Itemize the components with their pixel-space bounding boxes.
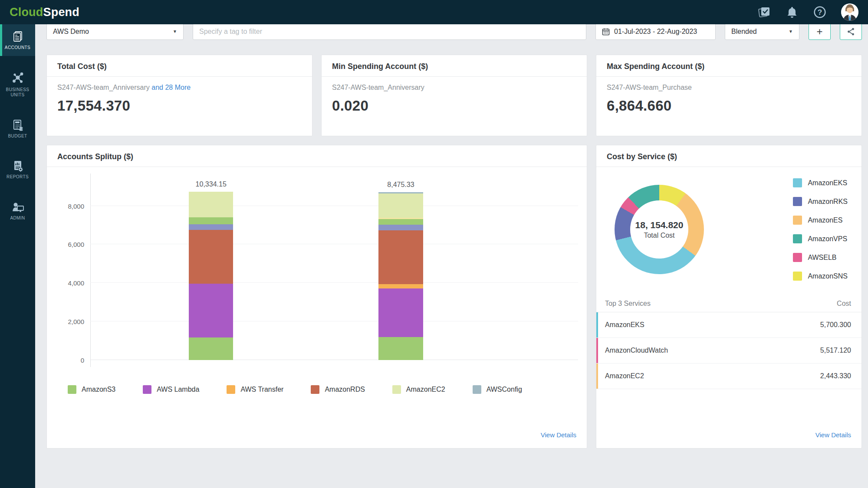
tasks-icon[interactable] xyxy=(758,6,771,19)
share-button[interactable] xyxy=(840,23,862,40)
account-name: S247-AWS-team_Anniversary xyxy=(332,84,424,91)
top-services-header: Top 3 Services xyxy=(605,300,651,308)
chevron-down-icon: ▼ xyxy=(167,29,177,34)
legend-item[interactable]: AWSConfig xyxy=(473,385,522,394)
bar-segment[interactable] xyxy=(189,217,233,224)
network-icon xyxy=(11,79,25,87)
cost-by-service-card: Cost by Service ($) 18, 154.820 Total Co… xyxy=(596,145,862,449)
bell-icon[interactable] xyxy=(786,6,799,19)
date-range-picker[interactable]: 01-Jul-2023 - 22-Aug-2023 xyxy=(595,23,716,40)
legend-label: AmazonVPS xyxy=(808,235,847,243)
legend-label: AWSELB xyxy=(808,254,836,262)
row-accent-bar xyxy=(596,364,598,389)
sidebar-item-business-units[interactable]: BUSINESS UNITS xyxy=(0,66,35,103)
card-title: Max Spending Account ($) xyxy=(596,55,861,77)
bar-segment[interactable] xyxy=(378,193,423,218)
legend-item[interactable]: AmazonVPS xyxy=(793,234,848,243)
table-row[interactable]: AmazonEKS5,700.300 xyxy=(596,312,861,338)
legend-swatch xyxy=(793,216,802,225)
sidebar-item-admin[interactable]: ADMIN xyxy=(0,195,35,226)
bar-segment[interactable] xyxy=(378,219,423,225)
cost-type-select[interactable]: Blended ▼ xyxy=(725,23,799,40)
bar-segment[interactable] xyxy=(378,288,423,337)
top-services-table: Top 3 Services Cost AmazonEKS5,700.300Am… xyxy=(596,300,861,389)
filter-toolbar: AWS Demo ▼ 01-Jul-2023 - 22-Aug-2023 Ble… xyxy=(46,23,862,40)
account-select-value: AWS Demo xyxy=(53,28,89,36)
bar-segment[interactable] xyxy=(378,225,423,230)
documents-icon xyxy=(11,37,24,45)
stacked-bar[interactable]: 10,334.15 xyxy=(189,192,233,360)
legend-swatch xyxy=(793,178,802,187)
legend-swatch xyxy=(311,385,319,394)
legend-item[interactable]: AWS Transfer xyxy=(227,385,283,394)
gridline xyxy=(90,360,578,360)
sidebar-item-reports[interactable]: REPORTS xyxy=(0,154,35,185)
account-select[interactable]: AWS Demo ▼ xyxy=(46,23,184,40)
sidebar-item-label: ADMIN xyxy=(2,216,33,221)
view-details-link[interactable]: View Details xyxy=(815,431,851,439)
sidebar-item-budget[interactable]: BUDGET xyxy=(0,113,35,144)
legend-swatch xyxy=(68,385,76,394)
bar-segment[interactable] xyxy=(378,230,423,284)
row-accent-bar xyxy=(596,338,598,363)
account-name: S247-AWS-team_Anniversary xyxy=(57,84,150,91)
cost-type-value: Blended xyxy=(731,28,757,36)
bar-segment[interactable] xyxy=(378,284,423,288)
tag-filter-input[interactable] xyxy=(193,23,586,40)
legend-swatch xyxy=(793,253,802,262)
donut-total-value: 18, 154.820 xyxy=(635,220,684,230)
bar-segment[interactable] xyxy=(378,337,423,360)
help-icon[interactable]: ? xyxy=(813,6,826,19)
add-button[interactable]: + xyxy=(809,23,831,40)
sidebar-item-label: BUDGET xyxy=(2,134,33,139)
legend-item[interactable]: AWSELB xyxy=(793,253,848,262)
legend-label: AWS Lambda xyxy=(157,386,199,393)
more-accounts-link[interactable]: and 28 More xyxy=(151,84,191,91)
legend-swatch xyxy=(227,385,235,394)
service-cost: 5,517.120 xyxy=(820,347,851,354)
gridline xyxy=(90,206,578,206)
calendar-icon xyxy=(602,28,610,36)
legend-swatch xyxy=(392,385,401,394)
legend-label: AmazonES xyxy=(808,216,842,224)
sidebar-item-accounts[interactable]: ACCOUNTS xyxy=(0,24,35,56)
total-cost-card: Total Cost ($) S247-AWS-team_Anniversary… xyxy=(46,55,312,136)
y-tick-label: 4,000 xyxy=(68,279,84,287)
legend-item[interactable]: AmazonEC2 xyxy=(392,385,445,394)
legend-item[interactable]: AmazonRKS xyxy=(793,197,848,206)
bar-segment[interactable] xyxy=(189,337,233,360)
legend-item[interactable]: AmazonSNS xyxy=(793,272,848,281)
y-tick-label: 2,000 xyxy=(68,318,84,325)
bar-segment[interactable] xyxy=(189,230,233,284)
cost-column-header: Cost xyxy=(837,300,851,308)
legend-label: AmazonSNS xyxy=(808,272,848,280)
service-name: AmazonCloudWatch xyxy=(605,347,668,354)
legend-label: AmazonEKS xyxy=(808,179,847,187)
table-row[interactable]: AmazonCloudWatch5,517.120 xyxy=(596,338,861,364)
service-cost: 2,443.330 xyxy=(820,372,851,380)
bar-segment[interactable] xyxy=(189,224,233,230)
cost-by-service-donut: 18, 154.820 Total Cost xyxy=(615,185,704,274)
legend-item[interactable]: AmazonEKS xyxy=(793,178,848,187)
legend-item[interactable]: AmazonES xyxy=(793,216,848,225)
user-avatar[interactable] xyxy=(841,3,858,21)
accounts-splitup-card: Accounts Splitup ($) 02,0004,0006,0008,0… xyxy=(46,145,587,449)
top-navbar: CloudSpend ? xyxy=(0,0,868,24)
legend-item[interactable]: AWS Lambda xyxy=(143,385,199,394)
legend-swatch xyxy=(143,385,151,394)
table-row[interactable]: AmazonEC22,443.330 xyxy=(596,364,861,389)
legend-item[interactable]: AmazonRDS xyxy=(311,385,365,394)
view-details-link[interactable]: View Details xyxy=(541,431,576,439)
service-name: AmazonEKS xyxy=(605,321,644,329)
sidebar-item-label: ACCOUNTS xyxy=(2,45,33,51)
legend-swatch xyxy=(473,385,481,394)
report-gear-icon xyxy=(11,167,24,174)
y-axis-line xyxy=(90,174,91,367)
bar-segment[interactable] xyxy=(189,284,233,337)
stacked-bar[interactable]: 8,475.33 xyxy=(378,192,423,360)
bar-segment[interactable] xyxy=(189,192,233,217)
sidebar-item-label: REPORTS xyxy=(2,174,33,180)
legend-label: AWS Transfer xyxy=(240,386,283,393)
legend-item[interactable]: AmazonS3 xyxy=(68,385,115,394)
legend-label: AmazonRKS xyxy=(808,198,848,206)
